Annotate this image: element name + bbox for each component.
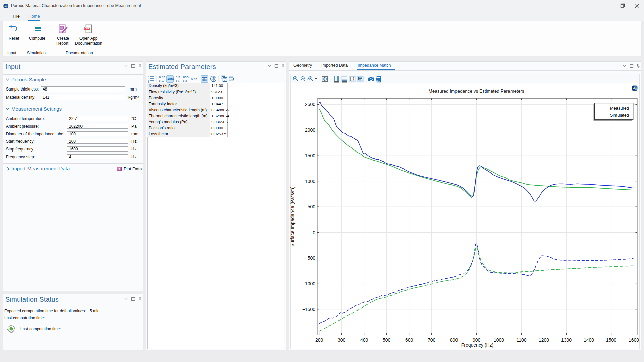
svg-text:8.5: 8.5 [176, 75, 180, 79]
svg-text:−1500: −1500 [302, 307, 316, 312]
svg-text:800: 800 [450, 337, 458, 343]
svg-text:500: 500 [383, 337, 391, 343]
svg-text:1: 1 [148, 76, 149, 78]
svg-text:200: 200 [315, 337, 323, 343]
svg-text:Simulated: Simulated [610, 113, 629, 118]
svg-text:0: 0 [313, 230, 315, 235]
svg-text:1300: 1300 [561, 337, 572, 343]
svg-text:e-1: e-1 [176, 79, 180, 82]
svg-text:1200: 1200 [539, 337, 549, 343]
svg-text:−500: −500 [305, 255, 315, 261]
svg-text:400: 400 [360, 337, 368, 343]
svg-text:AUTO: AUTO [167, 78, 174, 80]
svg-text:1400: 1400 [584, 337, 594, 343]
svg-text:0.85: 0.85 [191, 77, 197, 81]
svg-text:Measured: Measured [610, 106, 629, 111]
svg-text:2000: 2000 [305, 127, 315, 133]
svg-text:e-3: e-3 [183, 79, 187, 82]
svg-text:2: 2 [148, 78, 149, 80]
svg-text:2500: 2500 [305, 102, 315, 107]
svg-text:900: 900 [473, 337, 481, 343]
svg-text:Frequency (Hz): Frequency (Hz) [461, 342, 493, 348]
svg-text:700: 700 [428, 337, 436, 343]
svg-text:600: 600 [405, 337, 413, 343]
svg-text:300: 300 [338, 337, 346, 343]
svg-text:1000: 1000 [494, 337, 504, 343]
svg-text:1100: 1100 [517, 337, 527, 343]
svg-text:1500: 1500 [305, 153, 315, 158]
svg-text:8.85: 8.85 [159, 75, 165, 79]
svg-text:−1000: −1000 [302, 281, 316, 286]
svg-text:e-12: e-12 [159, 79, 165, 82]
svg-text:PDF: PDF [85, 27, 90, 30]
svg-text:Measured Impedance vs Estimate: Measured Impedance vs Estimated Paramete… [428, 88, 524, 94]
svg-text:500: 500 [308, 204, 316, 209]
svg-text:1600: 1600 [629, 337, 639, 343]
svg-text:Surface Impedance (Pa*s/m): Surface Impedance (Pa*s/m) [290, 186, 295, 247]
svg-text:1000: 1000 [305, 179, 315, 184]
svg-text:850: 850 [183, 75, 189, 79]
svg-text:1500: 1500 [606, 337, 616, 343]
